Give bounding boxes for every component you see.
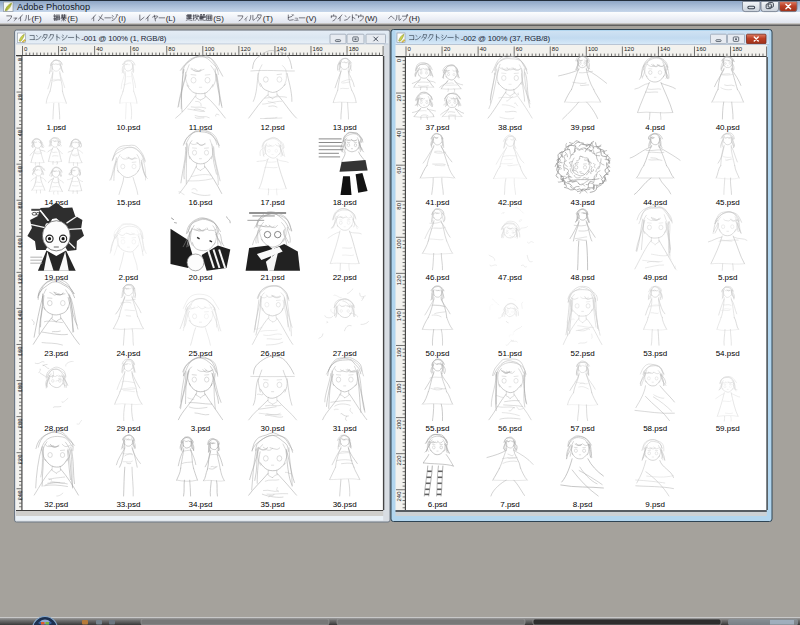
svg-text:(F): (F) <box>32 14 43 23</box>
svg-text:59.psd: 59.psd <box>716 424 740 433</box>
svg-text:23.psd: 23.psd <box>44 349 68 358</box>
svg-text:50.psd: 50.psd <box>425 349 449 358</box>
svg-text:56.psd: 56.psd <box>498 424 522 433</box>
svg-text:20: 20 <box>17 93 23 100</box>
svg-text:200: 200 <box>396 419 402 430</box>
svg-text:18.psd: 18.psd <box>333 198 357 207</box>
svg-text:8.psd: 8.psd <box>573 500 593 509</box>
svg-text:120: 120 <box>240 46 251 52</box>
svg-text:34.psd: 34.psd <box>188 500 212 509</box>
svg-text:4.psd: 4.psd <box>645 123 665 132</box>
svg-text:80: 80 <box>552 46 559 52</box>
svg-text:100: 100 <box>17 237 23 248</box>
svg-text:45.psd: 45.psd <box>716 198 740 207</box>
svg-text:12.psd: 12.psd <box>261 123 285 132</box>
svg-text:52.psd: 52.psd <box>571 349 595 358</box>
svg-text:60: 60 <box>396 166 402 173</box>
svg-text:28.psd: 28.psd <box>44 424 68 433</box>
svg-text:40: 40 <box>17 129 23 136</box>
svg-text:-001 @ 100% (1, RGB/8): -001 @ 100% (1, RGB/8) <box>81 34 167 43</box>
svg-text:60: 60 <box>516 46 523 52</box>
svg-text:180: 180 <box>349 46 360 52</box>
svg-text:(T): (T) <box>263 14 274 23</box>
svg-text:33.psd: 33.psd <box>116 500 140 509</box>
svg-text:53.psd: 53.psd <box>643 349 667 358</box>
svg-text:1.psd: 1.psd <box>47 123 67 132</box>
svg-text:15.psd: 15.psd <box>116 198 140 207</box>
svg-text:24.psd: 24.psd <box>116 349 140 358</box>
svg-text:38.psd: 38.psd <box>498 123 522 132</box>
svg-text:140: 140 <box>277 46 288 52</box>
svg-text:37.psd: 37.psd <box>425 123 449 132</box>
svg-text:120: 120 <box>17 274 23 285</box>
svg-text:40: 40 <box>396 130 402 137</box>
svg-text:240: 240 <box>396 491 402 502</box>
svg-text:31.psd: 31.psd <box>333 424 357 433</box>
svg-text:160: 160 <box>396 347 402 358</box>
svg-text:60: 60 <box>17 165 23 172</box>
svg-text:180: 180 <box>732 46 743 52</box>
svg-text:43.psd: 43.psd <box>571 198 595 207</box>
svg-text:160: 160 <box>696 46 707 52</box>
svg-text:20: 20 <box>60 46 67 52</box>
svg-text:22.psd: 22.psd <box>333 273 357 282</box>
svg-text:29.psd: 29.psd <box>116 424 140 433</box>
svg-text:9.psd: 9.psd <box>645 500 665 509</box>
svg-text:160: 160 <box>313 46 324 52</box>
svg-text:120: 120 <box>396 275 402 286</box>
svg-text:42.psd: 42.psd <box>498 198 522 207</box>
svg-text:160: 160 <box>17 346 23 357</box>
svg-text:10.psd: 10.psd <box>116 123 140 132</box>
svg-text:5.psd: 5.psd <box>718 273 738 282</box>
svg-text:80: 80 <box>396 202 402 209</box>
svg-text:30.psd: 30.psd <box>261 424 285 433</box>
svg-text:240: 240 <box>17 490 23 501</box>
svg-text:11.psd: 11.psd <box>189 123 212 132</box>
svg-text:32.psd: 32.psd <box>44 500 68 509</box>
svg-text:51.psd: 51.psd <box>498 349 522 358</box>
svg-text:(S): (S) <box>213 14 224 23</box>
svg-text:47.psd: 47.psd <box>498 273 522 282</box>
svg-text:19.psd: 19.psd <box>44 273 68 282</box>
svg-text:(I): (I) <box>118 14 126 23</box>
svg-text:120: 120 <box>624 46 635 52</box>
svg-text:Adobe Photoshop: Adobe Photoshop <box>17 2 90 12</box>
svg-text:16.psd: 16.psd <box>188 198 212 207</box>
svg-text:58.psd: 58.psd <box>643 424 667 433</box>
svg-text:55.psd: 55.psd <box>425 424 449 433</box>
svg-text:(E): (E) <box>67 14 78 23</box>
svg-text:49.psd: 49.psd <box>643 273 667 282</box>
svg-text:80: 80 <box>168 46 175 52</box>
svg-text:40.psd: 40.psd <box>716 123 740 132</box>
svg-text:180: 180 <box>17 382 23 393</box>
svg-text:7.psd: 7.psd <box>500 500 520 509</box>
svg-text:20.psd: 20.psd <box>188 273 212 282</box>
svg-text:200: 200 <box>17 418 23 429</box>
svg-text:17.psd: 17.psd <box>261 198 285 207</box>
svg-text:48.psd: 48.psd <box>571 273 595 282</box>
svg-text:140: 140 <box>396 311 402 322</box>
svg-text:20: 20 <box>396 94 402 101</box>
svg-text:13.psd: 13.psd <box>333 123 357 132</box>
svg-text:(W): (W) <box>365 14 378 23</box>
svg-text:36.psd: 36.psd <box>333 500 357 509</box>
svg-text:140: 140 <box>17 310 23 321</box>
svg-text:40: 40 <box>96 46 103 52</box>
svg-text:41.psd: 41.psd <box>425 198 449 207</box>
svg-text:60: 60 <box>132 46 139 52</box>
svg-text:3.psd: 3.psd <box>191 424 211 433</box>
svg-text:(L): (L) <box>166 14 176 23</box>
svg-text:(H): (H) <box>409 14 420 23</box>
svg-text:40: 40 <box>480 46 487 52</box>
svg-text:27.psd: 27.psd <box>333 349 357 358</box>
svg-text:(V): (V) <box>306 14 317 23</box>
svg-text:220: 220 <box>17 454 23 465</box>
svg-text:140: 140 <box>660 46 671 52</box>
svg-text:100: 100 <box>204 46 215 52</box>
svg-text:-002 @ 100% (37, RGB/8): -002 @ 100% (37, RGB/8) <box>461 34 551 43</box>
svg-text:54.psd: 54.psd <box>716 349 740 358</box>
svg-text:180: 180 <box>396 383 402 394</box>
svg-text:57.psd: 57.psd <box>571 424 595 433</box>
svg-text:46.psd: 46.psd <box>425 273 449 282</box>
svg-text:2.psd: 2.psd <box>119 273 139 282</box>
